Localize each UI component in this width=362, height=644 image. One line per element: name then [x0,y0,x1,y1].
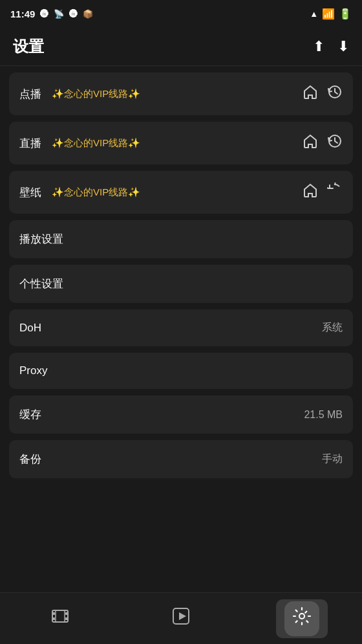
settings-item-3[interactable]: 播放设置 [9,220,353,258]
settings-item-6[interactable]: Proxy [9,353,353,389]
settings-item-0[interactable]: 点播✨念心的VIP线路✨ [9,72,353,115]
item-value-8: 手动 [322,452,343,466]
settings-item-8[interactable]: 备份 手动 [9,440,353,478]
header: 设置 ⬆ ⬇ [0,27,362,66]
item-right-5: 系统 [322,321,343,335]
settings-list: 点播✨念心的VIP线路✨ 直播✨念心的VIP线路✨ [0,72,362,478]
svg-rect-2 [52,610,68,622]
item-right-7: 21.5 MB [304,409,343,421]
settings-item-5[interactable]: DoH 系统 [9,309,353,346]
item-left-6: Proxy [19,364,47,377]
settings-item-2[interactable]: 壁纸✨念心的VIP线路✨ [9,171,353,214]
download-button[interactable]: ⬇ [337,38,349,55]
item-right-8: 手动 [322,452,343,466]
item-left-3: 播放设置 [19,232,63,247]
svg-rect-3 [52,612,55,615]
item-label-8: 备份 [19,452,41,467]
item-left-4: 个性设置 [19,276,63,291]
status-right: ▲ 📶 🔋 [310,8,352,20]
svg-marker-10 [179,612,186,620]
history-icon-1[interactable] [327,133,343,153]
item-right-1 [303,133,343,153]
svg-rect-6 [65,617,68,620]
item-left-2: 壁纸✨念心的VIP线路✨ [19,185,140,200]
item-vip-2: ✨念心的VIP线路✨ [52,186,140,199]
signal-icon: 📶 [322,8,335,20]
status-time: 11:49 [10,8,35,19]
svg-rect-5 [65,612,68,615]
notification-icon-a: 🅐 [40,9,48,19]
svg-point-11 [299,614,304,619]
item-right-0 [303,84,343,104]
item-left-7: 缓存 [19,407,41,422]
settings-item-4[interactable]: 个性设置 [9,265,353,303]
bottom-nav [0,592,362,644]
gear-icon [292,606,312,630]
item-right-2 [303,183,343,202]
home-icon-0[interactable] [303,84,318,104]
wifi-icon: ▲ [310,9,318,19]
item-label-0: 点播 [19,87,41,102]
battery-icon: 🔋 [339,8,352,20]
item-left-1: 直播✨念心的VIP线路✨ [19,136,140,151]
item-label-3: 播放设置 [19,232,63,247]
upload-button[interactable]: ⬆ [313,38,325,55]
item-left-8: 备份 [19,452,41,467]
home-icon-1[interactable] [303,133,318,153]
header-actions: ⬆ ⬇ [313,38,349,55]
item-left-5: DoH [19,322,41,335]
item-left-0: 点播✨念心的VIP线路✨ [19,87,140,102]
item-label-5: DoH [19,322,41,335]
item-label-7: 缓存 [19,407,41,422]
item-value-5: 系统 [322,321,343,335]
refresh-icon-2[interactable] [327,183,343,202]
history-icon-0[interactable] [327,84,343,104]
status-left: 11:49 🅐 📡 🅐 📦 [10,8,93,19]
notification-icon-c: 🅐 [69,9,78,19]
notification-icon-box: 📦 [83,9,93,19]
svg-rect-4 [52,617,55,620]
play-icon [172,607,190,630]
settings-gear-bg [284,601,319,636]
nav-play[interactable] [155,599,207,638]
nav-film[interactable] [34,599,86,638]
film-icon [51,607,69,630]
item-vip-1: ✨念心的VIP线路✨ [52,137,140,150]
item-label-2: 壁纸 [19,185,41,200]
page-title: 设置 [13,36,44,57]
settings-item-7[interactable]: 缓存 21.5 MB [9,395,353,434]
status-bar: 11:49 🅐 📡 🅐 📦 ▲ 📶 🔋 [0,0,362,27]
item-label-4: 个性设置 [19,276,63,291]
item-vip-0: ✨念心的VIP线路✨ [52,88,140,100]
nav-settings[interactable] [276,599,328,638]
settings-item-1[interactable]: 直播✨念心的VIP线路✨ [9,122,353,164]
home-icon-2[interactable] [303,183,318,202]
item-label-6: Proxy [19,364,47,377]
item-label-1: 直播 [19,136,41,151]
notification-icon-b: 📡 [54,9,64,19]
item-value-7: 21.5 MB [304,409,343,421]
